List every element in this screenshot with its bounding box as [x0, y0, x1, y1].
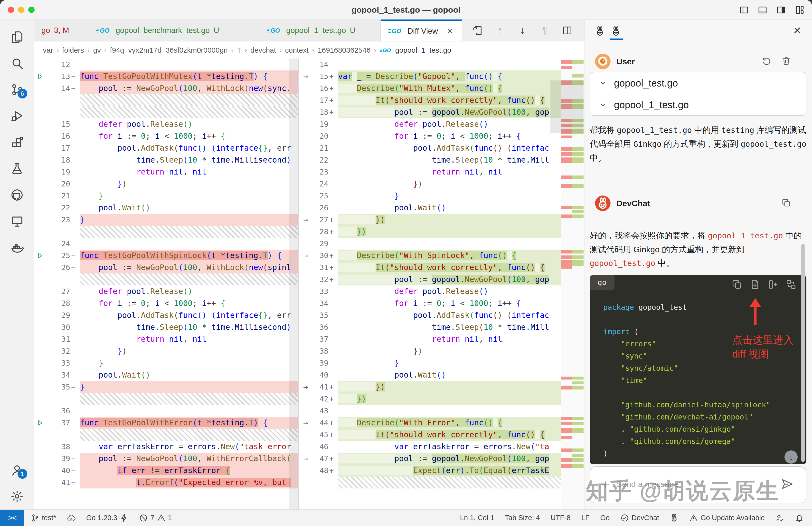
status-bar-left: test*Go 1.20.371 — [24, 514, 172, 522]
activity-item-accounts[interactable]: 1 — [5, 457, 29, 483]
breadcrumb-item[interactable]: var — [43, 46, 53, 54]
line-number — [46, 273, 70, 285]
activity-item-settings[interactable] — [5, 483, 29, 509]
gutter — [299, 58, 313, 70]
devchat-rabbit-tab2-icon[interactable] — [611, 25, 621, 37]
code-line: 38 var errTaskError = errors.New("task e… — [34, 441, 298, 453]
status-item-git-branch[interactable]: test* — [31, 514, 56, 522]
run-test-icon[interactable] — [34, 417, 46, 429]
apply-diff-icon[interactable] — [785, 279, 797, 290]
diff-sign — [70, 333, 80, 345]
gutter — [34, 261, 46, 273]
insert-code-icon[interactable] — [767, 279, 779, 290]
breadcrumb[interactable]: var›folders›gv›f94q_vyx2m17d_36sf0zkm0r0… — [34, 42, 584, 58]
chevron-down-icon[interactable] — [599, 79, 607, 87]
toggle-secondary-sidebar-icon[interactable] — [776, 5, 786, 15]
code-line: →47+ pool := gopool.NewGoPool(100, gop — [299, 453, 584, 465]
diff-editor: 1213−func TestGoPoolWithMutex(t *testing… — [34, 58, 584, 509]
context-file-list: gopool_test.gogopool_1_test.go — [590, 72, 807, 116]
status-item-problems[interactable]: 71 — [139, 514, 172, 522]
activity-item-remote-explorer[interactable] — [5, 208, 29, 234]
activity-item-testing[interactable] — [5, 156, 29, 182]
breadcrumb-file[interactable]: GOgopool_1_test.go — [380, 46, 451, 54]
gutter — [299, 130, 313, 142]
status-item-eol[interactable]: LF — [581, 514, 590, 522]
copy-code-icon[interactable] — [731, 279, 743, 290]
gutter — [34, 453, 46, 465]
copy-message-icon[interactable] — [781, 198, 791, 208]
editor-actions: ↑↓¶⋯ — [462, 19, 605, 41]
tab-diff-view[interactable]: GODiff View✕ — [381, 19, 462, 41]
diff-sign — [328, 238, 338, 250]
diff-original-pane[interactable]: 1213−func TestGoPoolWithMutex(t *testing… — [34, 58, 298, 509]
split-editor-icon[interactable] — [562, 25, 573, 36]
close-panel-icon[interactable]: ✕ — [793, 25, 801, 36]
status-item-notifications[interactable] — [795, 514, 804, 522]
minimap-deletion-mark — [561, 417, 572, 420]
status-item-language-mode[interactable]: Go — [600, 514, 610, 522]
status-item-feedback[interactable] — [775, 514, 784, 522]
code-line: →44+ Describe("With Error", func() { — [299, 417, 584, 429]
line-number — [46, 94, 70, 106]
delete-message-icon[interactable] — [781, 56, 791, 66]
status-item-devchat-rabbit[interactable] — [670, 514, 679, 522]
context-file-item[interactable]: gopool_test.go — [590, 72, 806, 94]
activity-item-github[interactable] — [5, 182, 29, 208]
tab-gopool-1-test-go[interactable]: GOgopool_1_test.goU — [259, 19, 381, 41]
open-changes-icon[interactable] — [472, 25, 483, 36]
new-file-diff-icon[interactable] — [750, 279, 760, 290]
regenerate-icon[interactable] — [762, 57, 771, 66]
status-item-tab-size[interactable]: Tab Size: 4 — [505, 514, 540, 522]
tab-go[interactable]: go3, M — [34, 19, 89, 41]
breadcrumb-item[interactable]: context — [285, 46, 308, 54]
activity-item-extensions[interactable] — [5, 129, 29, 156]
activity-item-source-control[interactable]: 6 — [5, 76, 29, 103]
diff-sign: + — [328, 261, 338, 273]
devchat-rabbit-tab-icon[interactable] — [595, 25, 605, 37]
activity-item-run-debug[interactable] — [5, 103, 29, 129]
breadcrumb-item[interactable]: devchat — [250, 46, 276, 54]
code-line: 28 for i := 0; i < 1000; i++ { — [34, 297, 298, 309]
toggle-whitespace-icon[interactable]: ¶ — [539, 25, 550, 36]
tab-gopool-benchmark-test-go[interactable]: GOgopool_benchmark_test.goU — [89, 19, 259, 41]
activity-item-docker[interactable] — [5, 234, 29, 261]
diff-sign — [70, 178, 80, 190]
toggle-panel-icon[interactable] — [757, 5, 768, 15]
breadcrumb-item[interactable]: f94q_vyx2m17d_36sf0zkm0r0000gn — [110, 46, 228, 54]
status-item-devchat-status[interactable]: DevChat — [620, 514, 659, 522]
activity-item-search[interactable] — [5, 50, 29, 76]
breadcrumb-item[interactable]: folders — [62, 46, 84, 54]
diff-modified-pane[interactable]: 14→15+var _ = Describe("Gopool", func() … — [298, 58, 584, 509]
activity-item-explorer[interactable] — [5, 24, 29, 50]
status-item-encoding[interactable]: UTF-8 — [551, 514, 571, 522]
status-item-go-update[interactable]: Go Update Available — [689, 514, 765, 522]
breadcrumb-item[interactable]: gv — [93, 46, 101, 54]
chevron-down-icon[interactable] — [599, 101, 607, 109]
close-tab-icon[interactable]: ✕ — [447, 27, 453, 35]
code-line: 15 defer pool.Release() — [34, 118, 298, 130]
breadcrumb-item[interactable]: T — [237, 46, 241, 54]
next-change-icon[interactable]: ↓ — [517, 25, 528, 36]
gutter — [299, 357, 313, 369]
scroll-to-bottom-button[interactable]: ↓ — [784, 451, 798, 464]
diff-sign: + — [328, 381, 338, 393]
customize-layout-icon[interactable] — [795, 5, 805, 15]
minimap[interactable] — [561, 58, 583, 509]
status-item-sync-changes[interactable] — [67, 514, 75, 522]
status-item-go-version[interactable]: Go 1.20.3 — [86, 514, 128, 522]
minimap-viewport[interactable] — [550, 81, 583, 133]
code-line: 34 for i := 0; i < 1000; i++ { — [299, 297, 584, 309]
previous-change-icon[interactable]: ↑ — [494, 25, 506, 36]
breadcrumb-item[interactable]: 1691680362546 — [318, 46, 371, 54]
context-file-item[interactable]: gopool_1_test.go — [590, 94, 806, 115]
run-test-icon[interactable] — [34, 70, 46, 82]
code-line: 19 return nil, nil — [34, 166, 298, 178]
chat-scrollbar[interactable] — [801, 244, 805, 462]
feedback-icon — [775, 514, 784, 522]
toggle-primary-sidebar-icon[interactable] — [739, 5, 749, 15]
remote-indicator[interactable]: >< — [0, 510, 24, 526]
run-test-icon[interactable] — [34, 250, 46, 261]
line-number: 26 — [313, 202, 328, 214]
left-pane-scrollbar[interactable] — [289, 58, 298, 509]
status-item-cursor-position[interactable]: Ln 1, Col 1 — [460, 514, 494, 522]
